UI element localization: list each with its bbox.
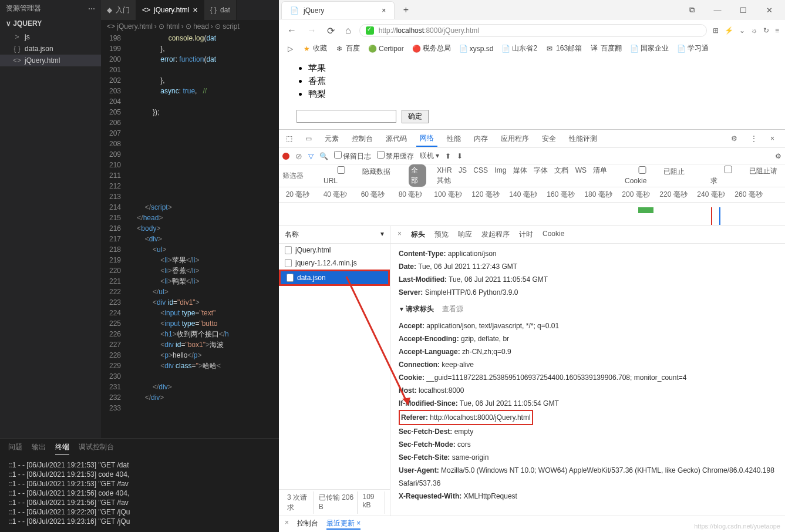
- detail-tab[interactable]: 标头: [411, 230, 425, 240]
- bookmark[interactable]: 🟢Certipor: [368, 45, 404, 53]
- type-filter[interactable]: Img: [492, 165, 508, 176]
- devtools-tab[interactable]: 性能: [443, 132, 464, 146]
- gear-icon[interactable]: ⚙: [727, 132, 741, 145]
- terminal-tab[interactable]: 输出: [32, 442, 46, 454]
- tree-item[interactable]: <>jQuery.html: [0, 55, 101, 66]
- more-icon[interactable]: ⋮: [747, 132, 761, 145]
- breadcrumb[interactable]: ⊙ head: [186, 22, 209, 31]
- blocked-cookie[interactable]: 已阻止 Cookie: [625, 166, 705, 185]
- devtools-tab[interactable]: 控制台: [348, 132, 376, 146]
- bookmark[interactable]: 📄xysp.sd: [459, 45, 494, 53]
- preserve-log[interactable]: 保留日志: [334, 151, 371, 161]
- filter-input[interactable]: [282, 171, 318, 180]
- new-tab-button[interactable]: +: [398, 2, 413, 18]
- type-filter[interactable]: CSS: [471, 165, 490, 176]
- project-name[interactable]: JQUERY: [13, 19, 42, 28]
- bookmark[interactable]: 📄学习通: [677, 43, 709, 53]
- devtools-tab[interactable]: 源代码: [382, 132, 410, 146]
- history-icon[interactable]: ↻: [763, 26, 769, 35]
- close-window-icon[interactable]: ✕: [757, 6, 781, 15]
- close-detail-icon[interactable]: ×: [397, 230, 402, 240]
- menu-icon[interactable]: ≡: [775, 26, 779, 35]
- inspect-icon[interactable]: ⬚: [282, 132, 296, 145]
- devtools-tab[interactable]: 元素: [321, 132, 342, 146]
- overlay-icon[interactable]: ⧉: [679, 5, 704, 15]
- terminal-tab[interactable]: 调试控制台: [79, 442, 114, 454]
- drawer-console[interactable]: 控制台: [297, 518, 318, 530]
- bookmark[interactable]: ▷: [286, 45, 294, 53]
- bookmark[interactable]: 📄国家企业: [630, 43, 669, 53]
- bookmark[interactable]: 译百度翻: [590, 43, 622, 53]
- browser-tab[interactable]: 📄 jQuery ×: [281, 1, 395, 19]
- type-filter[interactable]: 字体: [531, 165, 550, 176]
- record-icon[interactable]: [282, 153, 289, 160]
- filter-icon[interactable]: ▽: [308, 152, 314, 160]
- breadcrumb[interactable]: <> jQuery.html: [107, 22, 153, 31]
- maximize-icon[interactable]: ☐: [731, 6, 756, 15]
- bolt-icon[interactable]: ⚡: [725, 26, 733, 35]
- bookmark[interactable]: ❄百度: [335, 43, 360, 53]
- bookmark[interactable]: ★收藏: [302, 43, 327, 53]
- upload-icon[interactable]: ⬆: [445, 152, 451, 160]
- close-icon[interactable]: ×: [767, 132, 778, 145]
- bookmark[interactable]: 🔴税务总局: [412, 43, 451, 53]
- reload-icon[interactable]: ⟳: [325, 24, 337, 38]
- chevron-down-icon[interactable]: ⌄: [739, 26, 745, 35]
- close-icon[interactable]: ×: [382, 6, 386, 15]
- close-icon[interactable]: ×: [193, 5, 197, 15]
- editor-tab[interactable]: { }dat: [204, 0, 237, 20]
- more-icon[interactable]: ⋯: [88, 5, 95, 13]
- device-icon[interactable]: ▭: [302, 132, 315, 145]
- editor-tab[interactable]: <>jQuery.html×: [136, 0, 204, 20]
- editor-tab[interactable]: ◆入门: [101, 0, 136, 20]
- submit-button[interactable]: 确定: [402, 110, 429, 123]
- blocked-req[interactable]: 已阻止请求: [710, 166, 781, 186]
- detail-tab[interactable]: 计时: [519, 230, 533, 240]
- devtools-tab[interactable]: 应用程序: [497, 132, 533, 146]
- terminal-tab[interactable]: 问题: [8, 442, 22, 454]
- filter-all[interactable]: 全部: [409, 164, 426, 187]
- type-filter[interactable]: 其他: [434, 175, 453, 186]
- type-filter[interactable]: 媒体: [511, 165, 530, 176]
- tree-item[interactable]: >js: [0, 31, 101, 43]
- online-select[interactable]: 联机 ▾: [420, 151, 439, 161]
- forward-icon[interactable]: →: [305, 24, 319, 37]
- back-icon[interactable]: ←: [285, 24, 299, 37]
- close-drawer-icon[interactable]: ×: [285, 518, 289, 530]
- devtools-tab[interactable]: 性能评测: [565, 132, 601, 146]
- breadcrumb[interactable]: ⊙ html: [159, 22, 180, 31]
- bookmark[interactable]: ✉163邮箱: [545, 43, 582, 53]
- detail-tab[interactable]: 预览: [434, 230, 449, 240]
- devtools-tab[interactable]: 内存: [470, 132, 491, 146]
- code-editor[interactable]: 198 console.log(dat199 },200 error: func…: [101, 33, 279, 438]
- disable-cache[interactable]: 禁用缓存: [377, 151, 414, 161]
- terminal-output[interactable]: ::1 - - [06/Jul/2021 19:21:53] "GET /dat…: [0, 458, 279, 528]
- address-bar[interactable]: http://localhost:8000/jQuery.html: [359, 24, 707, 37]
- tree-item[interactable]: { }data.json: [0, 43, 101, 55]
- type-filter[interactable]: XHR: [434, 165, 454, 176]
- breadcrumb[interactable]: ⊙ script: [215, 22, 240, 31]
- search-icon[interactable]: 🔍: [319, 152, 328, 160]
- sun-icon[interactable]: ☼: [751, 26, 757, 35]
- download-icon[interactable]: ⬇: [457, 152, 463, 160]
- type-filter[interactable]: 文档: [552, 165, 571, 176]
- type-filter[interactable]: 清单: [591, 165, 609, 176]
- home-icon[interactable]: ⌂: [343, 24, 353, 37]
- drawer-whatsnew[interactable]: 最近更新 ×: [326, 518, 361, 530]
- chevron-down-icon[interactable]: ▾: [380, 230, 384, 240]
- clear-icon[interactable]: ⊘: [295, 151, 302, 161]
- detail-tab[interactable]: 响应: [458, 230, 472, 240]
- qr-icon[interactable]: ⊞: [713, 26, 719, 35]
- hide-data-url[interactable]: 隐藏数据 URL: [324, 166, 403, 185]
- network-request[interactable]: data.json: [279, 270, 390, 286]
- gear-icon[interactable]: ⚙: [775, 152, 781, 160]
- bookmark[interactable]: 📄山东省2: [501, 43, 537, 53]
- type-filter[interactable]: JS: [456, 165, 469, 176]
- devtools-tab[interactable]: 网络: [416, 131, 437, 147]
- timeline-canvas[interactable]: [279, 203, 785, 226]
- terminal-tab[interactable]: 终端: [55, 442, 69, 454]
- network-request[interactable]: jquery-1.12.4.min.js: [279, 257, 390, 270]
- text-input[interactable]: [297, 110, 396, 123]
- detail-tab[interactable]: Cookie: [543, 230, 564, 240]
- devtools-tab[interactable]: 安全: [538, 132, 560, 146]
